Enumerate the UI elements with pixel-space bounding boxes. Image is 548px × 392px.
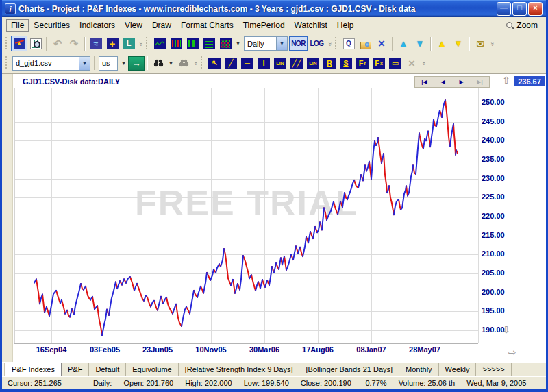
fib-extension-tool-button[interactable]: Fx — [371, 56, 387, 71]
tab-[interactable]: >>>>> — [476, 363, 511, 376]
search-icon — [153, 58, 164, 69]
normal-scale-button[interactable]: NOR — [289, 36, 308, 51]
crosshair-button[interactable]: + — [104, 36, 121, 51]
tab-p-f[interactable]: P&F — [62, 363, 89, 376]
data-grid-button[interactable] — [27, 36, 44, 51]
parallel-lines-tool-button[interactable]: ╱╱ — [288, 56, 305, 71]
callout-tool-button[interactable]: ▭ — [387, 56, 403, 71]
nav-last-button[interactable]: ▶| — [471, 77, 489, 87]
quote-button[interactable]: Q — [340, 36, 357, 51]
minimize-button[interactable]: — — [497, 2, 511, 16]
menu-view[interactable]: View — [120, 19, 147, 32]
pointer-tool-button[interactable]: ↖ — [206, 56, 223, 71]
trendline-tool-button[interactable]: ╱ — [223, 56, 239, 71]
magnifier-icon — [506, 21, 514, 30]
toolbar-separator — [84, 37, 86, 51]
point-figure-button[interactable] — [217, 36, 234, 51]
toolbar-grip[interactable] — [335, 37, 338, 51]
toolbar-overflow-chevron-icon[interactable]: » — [192, 56, 200, 70]
watchlist-folder-button[interactable] — [357, 36, 373, 51]
next-watchlist-button[interactable]: ▼ — [450, 36, 466, 51]
tab-relative-strength-index-9-days[interactable]: [Relative Strength Index 9 Days] — [179, 363, 300, 376]
chart-plot-area[interactable]: GJD1.CSV-Disk data:DAILY |◀ ◀ ▶ ▶| ⇧ 236… — [13, 74, 546, 362]
menu-format-charts[interactable]: Format Charts — [176, 19, 238, 32]
period-combo[interactable]: Daily▼ — [244, 36, 288, 51]
toolbar-overflow-chevron-icon[interactable]: » — [137, 37, 145, 51]
tab-bollinger-bands-21-days[interactable]: [Bollinger Bands 21 Days] — [299, 363, 399, 376]
menu-file[interactable]: File — [6, 19, 29, 32]
linear-regression-tool-button[interactable]: LIN — [272, 56, 288, 71]
app-icon[interactable]: i — [5, 3, 16, 14]
close-button[interactable]: × — [528, 2, 543, 16]
next-security-button[interactable]: ▼ — [412, 36, 428, 51]
point-figure-icon — [220, 38, 232, 49]
delete-drawing-button[interactable]: × — [403, 56, 420, 71]
chart-type-dropdown[interactable]: ▼ — [234, 36, 242, 51]
support-tool-button[interactable]: S — [338, 56, 354, 71]
menu-watchlist[interactable]: Watchlist — [290, 19, 332, 32]
prev-watchlist-button[interactable]: ▲ — [434, 36, 450, 51]
scroll-right-icon[interactable]: ⇨ — [508, 347, 516, 357]
menu-indicators[interactable]: Indicators — [75, 19, 120, 32]
y-axis-label: 240.00 — [482, 136, 523, 144]
email-icon: ✉ — [475, 38, 486, 49]
y-axis-label: 200.00 — [482, 288, 523, 296]
tab-default[interactable]: Default — [89, 363, 126, 376]
log-regression-tool-icon: LIN — [307, 58, 319, 69]
latest-price-button[interactable]: L — [121, 36, 137, 51]
toolbar-overflow-chevron-icon[interactable]: » — [488, 37, 497, 51]
tab-equivolume[interactable]: Equivolume — [126, 363, 178, 376]
redo-icon: ↷ — [68, 38, 80, 49]
toolbar-grip[interactable] — [146, 37, 149, 51]
price-chart-svg[interactable] — [13, 74, 546, 362]
period-combo-arrow-icon[interactable]: ▼ — [276, 37, 287, 50]
search-again-button[interactable] — [175, 56, 192, 71]
maximize-button[interactable]: □ — [512, 2, 527, 16]
chart-window-button[interactable]: ▲ — [11, 36, 27, 51]
menu-securities[interactable]: Securities — [29, 19, 75, 32]
candlestick-button[interactable] — [184, 36, 201, 51]
horizontal-line-tool-button[interactable]: ─ — [239, 56, 256, 71]
delete-security-button[interactable]: × — [373, 36, 390, 51]
menu-help[interactable]: Help — [332, 19, 359, 32]
undo-button[interactable]: ↶ — [49, 36, 66, 51]
candlestick-icon — [187, 38, 199, 49]
ohlc-bars-button[interactable] — [168, 36, 184, 51]
tab-monthly[interactable]: Monthly — [399, 363, 439, 376]
exchange-combo[interactable]: us — [99, 56, 118, 71]
menu-draw[interactable]: Draw — [147, 19, 176, 32]
prev-security-button[interactable]: ▲ — [395, 36, 412, 51]
toolbar-overflow-chevron-icon[interactable]: » — [326, 37, 334, 51]
x-axis-label: 28May07 — [403, 345, 447, 354]
nav-prev-button[interactable]: ◀ — [434, 77, 452, 87]
indicator-window-button[interactable]: ≈ — [88, 36, 104, 51]
toolbar-grip[interactable] — [201, 56, 204, 70]
tab-weekly[interactable]: Weekly — [439, 363, 477, 376]
toolbar-grip[interactable] — [5, 37, 9, 51]
toolbar-grip[interactable] — [5, 56, 9, 70]
trendline-tool-icon: ╱ — [225, 58, 237, 69]
security-combo[interactable]: d_gjd1.csv▼ — [12, 56, 90, 71]
toolbar-overflow-chevron-icon[interactable]: » — [420, 56, 428, 70]
redo-button[interactable]: ↷ — [66, 36, 82, 51]
resistance-tool-button[interactable]: R — [321, 56, 338, 71]
search-dropdown[interactable]: ▼ — [166, 56, 175, 71]
status-item: Daily: — [93, 379, 112, 387]
security-combo-arrow-icon[interactable]: ▼ — [79, 57, 90, 70]
nav-next-button[interactable]: ▶ — [452, 77, 471, 87]
menu-timeperiod[interactable]: TimePeriod — [238, 19, 290, 32]
email-button[interactable]: ✉ — [472, 36, 488, 51]
equivolume-button[interactable] — [201, 36, 217, 51]
vertical-line-tool-button[interactable]: I — [256, 56, 272, 71]
search-button[interactable] — [150, 56, 166, 71]
nav-first-button[interactable]: |◀ — [415, 77, 434, 87]
zoom-menu-control[interactable]: Zoom — [506, 21, 542, 30]
fib-retracement-tool-button[interactable]: Fr — [354, 56, 371, 71]
tab-p-f-indexes[interactable]: P&F Indexes — [5, 363, 62, 376]
x-axis-label: 03Feb05 — [83, 345, 127, 354]
go-button[interactable]: → — [128, 56, 145, 71]
log-regression-tool-button[interactable]: LIN — [305, 56, 321, 71]
exchange-dropdown[interactable]: ▼ — [119, 56, 128, 71]
line-chart-button[interactable] — [151, 36, 168, 51]
log-scale-button[interactable]: LOG — [308, 36, 326, 51]
